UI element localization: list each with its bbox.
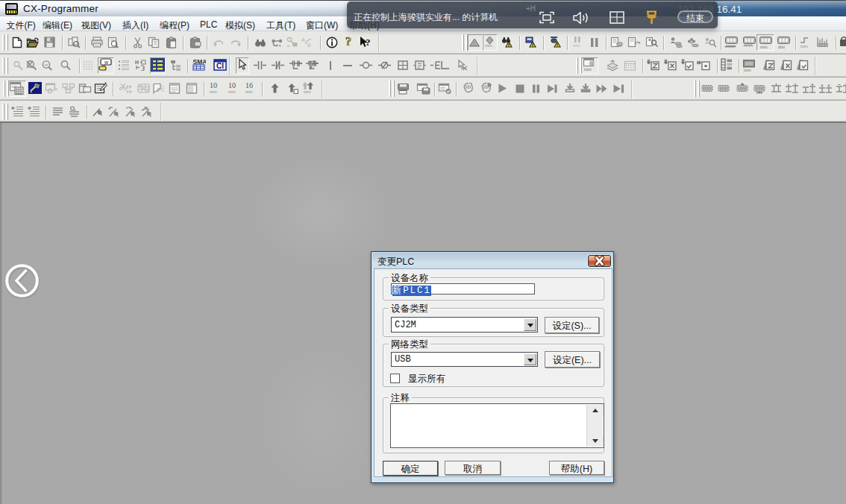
svg-text:rom: rom (210, 89, 217, 94)
svg-text:rom: rom (485, 43, 492, 48)
svg-text:rom: rom (228, 89, 236, 94)
svg-text:rom: rom (760, 45, 768, 49)
svg-text:w: w (104, 60, 109, 65)
svg-text:rom: rom (584, 67, 592, 72)
svg-text:002: 002 (188, 90, 194, 94)
svg-text:A: A (301, 37, 305, 42)
svg-text:B: B (307, 42, 311, 48)
svg-text:?: ? (345, 35, 351, 48)
svg-text:rom: rom (744, 68, 751, 72)
svg-text:16: 16 (245, 81, 253, 89)
svg-text:drip: drip (778, 45, 785, 49)
svg-text:rom: rom (800, 44, 808, 48)
svg-text:CI: CI (216, 62, 224, 70)
svg-text:SMA: SMA (192, 58, 206, 66)
svg-text:rom: rom (573, 43, 580, 48)
svg-text:?: ? (366, 37, 371, 48)
svg-text:rom: rom (245, 89, 253, 94)
svg-text:10: 10 (228, 81, 236, 89)
svg-text:rom: rom (304, 89, 311, 94)
svg-text:10: 10 (210, 81, 217, 89)
